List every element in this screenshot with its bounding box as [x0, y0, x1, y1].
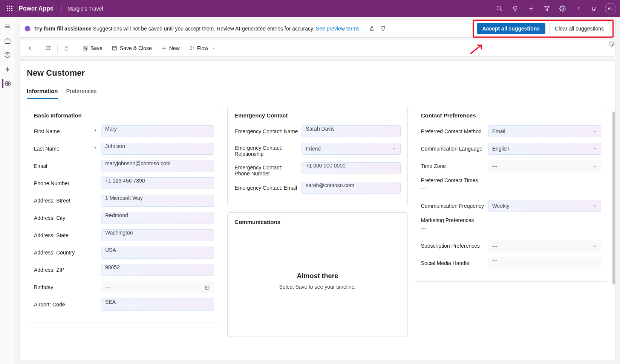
chevron-down-icon: [592, 244, 597, 248]
svg-rect-31: [206, 286, 209, 289]
accept-all-button[interactable]: Accept all suggestions: [477, 23, 545, 34]
back-button[interactable]: [22, 40, 37, 56]
checklist-button[interactable]: [59, 40, 74, 56]
street-input[interactable]: 1 Microsoft Way: [101, 195, 214, 207]
svg-rect-6: [7, 10, 8, 11]
flow-button[interactable]: Flow: [184, 40, 220, 56]
section-title: Basic Information: [34, 112, 214, 119]
environment-name[interactable]: Margie's Travel: [67, 6, 103, 12]
phone-label: Phone Number: [34, 180, 98, 186]
ec-phone-label: Emergency Contact: Phone Number: [234, 162, 299, 177]
clear-all-button[interactable]: Clear all suggestions: [549, 23, 609, 34]
tab-information[interactable]: Information: [27, 88, 58, 99]
app-header: Power Apps Margie's Travel AU: [0, 0, 620, 17]
copilot-icon[interactable]: [588, 2, 601, 15]
copilot-side-button[interactable]: [608, 40, 617, 49]
chevron-down-icon: [592, 164, 597, 169]
ec-name-label: Emergency Contact: Name: [234, 128, 299, 134]
section-title: Contact Preferences: [421, 112, 601, 119]
form-fill-notice: Try form fill assistance Suggestions wil…: [20, 20, 615, 38]
pin-icon[interactable]: [3, 65, 12, 74]
chevron-down-icon: [592, 129, 597, 134]
tab-preferences[interactable]: Preferences: [66, 88, 97, 99]
ec-rel-value: Friend: [306, 146, 321, 152]
save-button[interactable]: Save: [78, 40, 107, 56]
svg-rect-3: [7, 8, 8, 9]
pref-times-value[interactable]: ---: [421, 186, 426, 192]
pref-lang-select[interactable]: English: [488, 143, 601, 155]
country-input[interactable]: USA: [101, 247, 214, 259]
pref-marketing-value[interactable]: ---: [421, 225, 426, 231]
last-name-input[interactable]: Johnson: [101, 143, 214, 155]
new-button[interactable]: New: [156, 40, 184, 56]
phone-input[interactable]: +1 123 456 7890: [101, 177, 214, 189]
almost-there-sub: Select Save to see your timeline.: [279, 284, 356, 290]
open-new-window-button[interactable]: [41, 40, 56, 56]
scrollbar[interactable]: [612, 111, 615, 285]
zip-label: Address: ZIP: [34, 267, 98, 273]
svg-rect-28: [113, 46, 115, 47]
chevron-down-icon: [592, 204, 597, 208]
section-title: Communications: [234, 219, 400, 225]
ec-name-input[interactable]: Sarah Davis: [302, 125, 400, 137]
pref-social-input[interactable]: ---: [488, 257, 601, 269]
email-input[interactable]: maryjohnson@contoso.com: [101, 160, 214, 172]
svg-point-13: [562, 8, 564, 10]
section-title: Emergency Contact: [234, 112, 400, 119]
svg-rect-0: [7, 6, 8, 7]
notice-text: Try form fill assistance Suggestions wil…: [34, 26, 360, 32]
plus-icon[interactable]: [524, 2, 538, 15]
page-title: New Customer: [27, 68, 608, 78]
lightbulb-icon[interactable]: [508, 2, 522, 15]
save-close-label: Save & Close: [120, 45, 152, 51]
user-avatar[interactable]: AU: [605, 3, 616, 14]
hamburger-icon[interactable]: [3, 22, 12, 31]
ec-rel-select[interactable]: Friend: [302, 143, 400, 155]
pref-method-label: Preferred Contact Method: [421, 128, 485, 134]
pref-social-label: Social Media Handle: [421, 260, 485, 266]
pref-sub-select[interactable]: ---: [488, 240, 601, 252]
city-label: Address: City: [34, 215, 98, 221]
birthday-value: ---: [105, 285, 110, 291]
section-contact-preferences: Contact Preferences Preferred Contact Me…: [414, 106, 608, 282]
birthday-input[interactable]: ---: [101, 281, 214, 293]
ec-phone-input[interactable]: +1 000 000 0000: [302, 162, 400, 174]
help-icon[interactable]: [572, 2, 585, 15]
pref-method-select[interactable]: Email: [488, 125, 601, 137]
country-label: Address: Country: [34, 250, 98, 256]
suggestion-buttons-highlight: Accept all suggestions Clear all suggest…: [473, 20, 614, 38]
save-close-button[interactable]: Save & Close: [107, 40, 156, 56]
form-page: New Customer Information Preferences Bas…: [20, 60, 615, 360]
airport-input[interactable]: SEA: [101, 299, 214, 311]
gear-icon[interactable]: [556, 2, 569, 15]
svg-rect-4: [9, 8, 10, 9]
svg-rect-2: [11, 6, 12, 7]
recent-icon[interactable]: [3, 50, 12, 59]
app-title: Power Apps: [19, 5, 54, 12]
globe-icon[interactable]: [2, 79, 11, 88]
header-icons: AU: [493, 2, 616, 15]
new-label: New: [169, 45, 180, 51]
city-input[interactable]: Redmond: [101, 212, 214, 224]
search-icon[interactable]: [493, 2, 506, 15]
birthday-label: Birthday: [34, 284, 98, 290]
svg-rect-5: [11, 8, 12, 9]
home-icon[interactable]: [3, 36, 12, 45]
first-name-input[interactable]: Mary: [101, 125, 214, 137]
thumbs-up-icon[interactable]: [368, 24, 377, 33]
section-basic-information: Basic Information First Name Mary Last N…: [27, 106, 221, 323]
waffle-icon[interactable]: [4, 3, 16, 15]
pref-tz-select[interactable]: ---: [488, 160, 601, 172]
svg-rect-26: [84, 49, 87, 50]
section-emergency-contact: Emergency Contact Emergency Contact: Nam…: [227, 106, 407, 206]
zip-input[interactable]: 98052: [101, 264, 214, 276]
preview-terms-link[interactable]: See preview terms: [316, 26, 360, 32]
pref-lang-value: English: [492, 146, 510, 152]
form-tabs: Information Preferences: [27, 88, 608, 99]
filter-icon[interactable]: [540, 2, 554, 15]
ec-email-input[interactable]: sarah@contoso.com: [302, 182, 400, 194]
pref-freq-select[interactable]: Weekly: [488, 200, 601, 212]
thumbs-down-icon[interactable]: [379, 24, 387, 33]
svg-point-9: [497, 6, 501, 10]
state-input[interactable]: Washington: [101, 229, 214, 241]
